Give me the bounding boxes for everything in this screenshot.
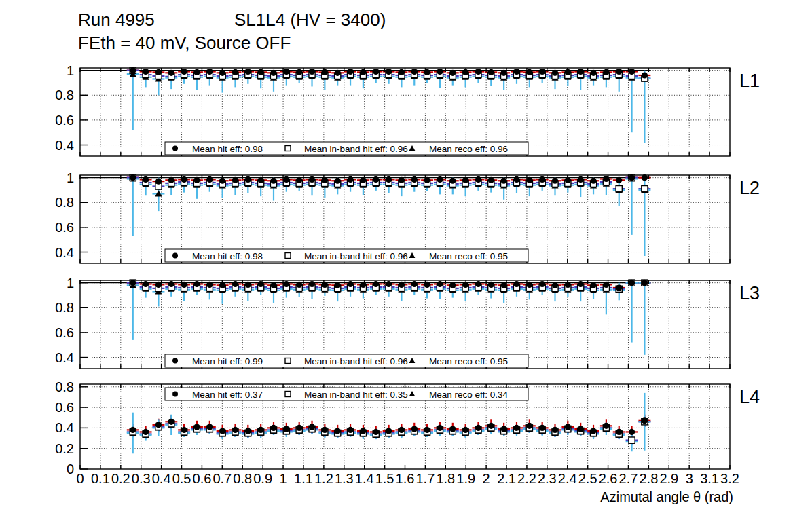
legend-L1: Mean hit eff: 0.98Mean in-band hit eff: … xyxy=(165,142,528,155)
circle-marker xyxy=(270,425,276,431)
legend-label-hit-eff: Mean hit eff: 0.99 xyxy=(192,356,263,367)
y-tick-label: 0.6 xyxy=(55,400,74,415)
circle-marker xyxy=(449,426,456,432)
circle-marker xyxy=(155,282,162,288)
y-tick-label: 0.4 xyxy=(55,138,74,153)
circle-marker xyxy=(424,427,430,433)
x-tick-label: 0.1 xyxy=(91,471,110,486)
circle-marker xyxy=(488,423,494,429)
circle-marker xyxy=(449,178,456,184)
circle-marker xyxy=(411,176,418,183)
circle-marker xyxy=(386,281,392,287)
x-tick-label: 2.9 xyxy=(659,471,678,486)
circle-marker xyxy=(475,176,481,183)
circle-marker xyxy=(360,282,366,288)
y-tick-label: 0.8 xyxy=(55,379,74,394)
open-square-marker xyxy=(616,186,622,192)
circle-marker xyxy=(206,282,213,288)
circle-marker xyxy=(386,176,392,183)
circle-marker xyxy=(283,281,289,287)
legend-marker-inband-hit-eff xyxy=(285,253,291,259)
x-tick-label: 1.9 xyxy=(456,471,475,486)
circle-marker xyxy=(616,284,622,291)
circle-marker xyxy=(360,69,366,75)
circle-marker xyxy=(578,281,584,287)
x-tick-label: 1.6 xyxy=(396,471,415,486)
circle-marker xyxy=(552,282,558,288)
circle-marker xyxy=(488,177,494,183)
circle-marker xyxy=(155,179,162,185)
circle-marker xyxy=(578,176,584,183)
panel-L2: 0.40.60.81L2Mean hit eff: 0.98Mean in-ba… xyxy=(55,170,760,263)
x-tick-label: 2.6 xyxy=(599,471,618,486)
circle-marker xyxy=(488,282,494,288)
circle-marker xyxy=(296,69,302,75)
x-tick-label: 1.4 xyxy=(355,471,374,486)
circle-marker xyxy=(539,425,545,431)
y-tick-label: 0.8 xyxy=(55,88,74,102)
circle-marker xyxy=(590,178,596,184)
y-tick-label: 1 xyxy=(67,170,74,185)
x-tick-label: 0.8 xyxy=(233,471,252,486)
circle-marker xyxy=(488,69,494,75)
y-tick-label: 0.2 xyxy=(55,441,74,456)
legend-marker-inband-hit-eff xyxy=(285,392,291,397)
legend-L2: Mean hit eff: 0.98Mean in-band hit eff: … xyxy=(165,249,528,262)
circle-marker xyxy=(193,281,200,287)
circle-marker xyxy=(335,178,341,184)
circle-marker xyxy=(245,176,251,183)
circle-marker xyxy=(193,177,200,183)
y-tick-label: 0.8 xyxy=(55,300,74,315)
open-square-marker xyxy=(642,186,648,192)
circle-marker xyxy=(629,429,635,435)
circle-marker xyxy=(475,425,481,431)
circle-marker xyxy=(335,282,341,288)
legend-marker-hit-eff xyxy=(172,146,178,151)
layer-label-L1: L1 xyxy=(739,71,760,91)
circle-marker xyxy=(283,176,289,183)
circle-marker xyxy=(399,69,405,75)
circle-marker xyxy=(296,282,302,288)
circle-marker xyxy=(501,426,507,432)
x-tick-label: 1.8 xyxy=(436,471,455,486)
x-tick-label: 0.4 xyxy=(152,471,171,486)
circle-marker xyxy=(437,176,443,183)
circle-marker xyxy=(193,69,200,75)
circle-marker xyxy=(539,281,545,287)
panel-L4: 00.20.40.60.8L4Mean hit eff: 0.37Mean in… xyxy=(55,379,760,476)
circle-marker xyxy=(399,282,405,288)
x-axis: 00.10.20.30.40.50.60.70.80.911.11.21.31.… xyxy=(76,471,739,504)
x-tick-label: 2.8 xyxy=(639,471,658,486)
x-tick-label: 3.1 xyxy=(700,471,719,486)
circle-marker xyxy=(578,426,584,432)
legend-marker-hit-eff xyxy=(172,253,178,259)
circle-marker xyxy=(411,426,418,432)
legend-label-reco-eff: Mean reco eff: 0.95 xyxy=(429,251,508,261)
circle-marker xyxy=(168,70,174,76)
circle-marker xyxy=(232,281,238,287)
legend-label-reco-eff: Mean reco eff: 0.95 xyxy=(429,356,508,367)
circle-marker xyxy=(513,69,519,75)
root-canvas: Run 4995 SL1L4 (HV = 3400) FEth = 40 mV,… xyxy=(0,0,812,524)
circle-marker xyxy=(411,69,418,75)
circle-marker xyxy=(539,69,545,75)
y-tick-label: 0.4 xyxy=(55,420,74,435)
circle-marker xyxy=(168,281,174,287)
circle-marker xyxy=(309,69,315,75)
circle-marker xyxy=(642,72,648,78)
x-tick-label: 3.2 xyxy=(720,471,739,486)
circle-marker xyxy=(347,281,353,287)
circle-marker xyxy=(206,424,213,430)
circle-marker xyxy=(590,70,596,76)
x-tick-label: 0.6 xyxy=(193,471,212,486)
x-tick-label: 2.7 xyxy=(619,471,638,486)
legend-label-reco-eff: Mean reco eff: 0.34 xyxy=(429,390,509,400)
circle-marker xyxy=(437,69,443,75)
circle-marker xyxy=(565,424,571,430)
circle-marker xyxy=(296,425,302,431)
circle-marker xyxy=(309,281,315,287)
circle-marker xyxy=(552,70,558,76)
legend-L3: Mean hit eff: 0.99Mean in-band hit eff: … xyxy=(165,354,528,367)
circle-marker xyxy=(399,427,405,433)
circle-marker xyxy=(616,177,622,183)
